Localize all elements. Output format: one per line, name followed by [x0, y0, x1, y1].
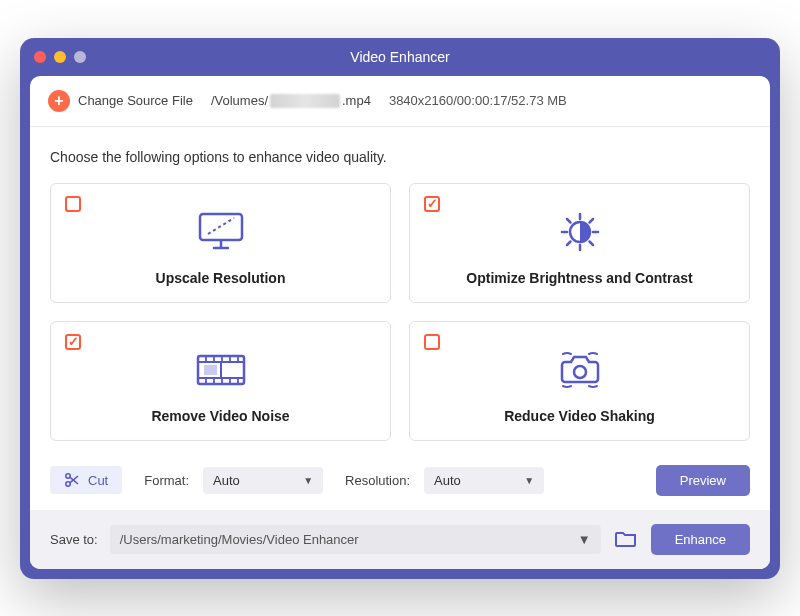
plus-icon: +: [48, 90, 70, 112]
resolution-value: Auto: [434, 473, 461, 488]
chevron-down-icon: ▼: [303, 475, 313, 486]
cut-label: Cut: [88, 473, 108, 488]
svg-line-11: [589, 219, 593, 223]
cut-button[interactable]: Cut: [50, 466, 122, 494]
app-window: Video Enhancer + Change Source File /Vol…: [20, 38, 780, 579]
controls-row: Cut Format: Auto ▼ Resolution: Auto ▼ Pr…: [50, 465, 750, 496]
svg-point-28: [574, 366, 586, 378]
content-area: + Change Source File /Volumes/ .mp4 3840…: [30, 76, 770, 569]
options-grid: Upscale Resolution: [50, 183, 750, 441]
option-reduce-shaking[interactable]: Reduce Video Shaking: [409, 321, 750, 441]
scissors-icon: [64, 472, 80, 488]
checkbox-brightness[interactable]: [424, 196, 440, 212]
instruction-text: Choose the following options to enhance …: [50, 149, 750, 165]
source-bar: + Change Source File /Volumes/ .mp4 3840…: [30, 76, 770, 127]
change-source-button[interactable]: + Change Source File: [48, 90, 193, 112]
save-path-value: /Users/marketing/Movies/Video Enhancer: [120, 532, 359, 547]
resolution-select[interactable]: Auto ▼: [424, 467, 544, 494]
open-folder-button[interactable]: [613, 526, 639, 552]
option-label: Optimize Brightness and Contrast: [466, 270, 692, 286]
source-metadata: 3840x2160/00:00:17/52.73 MB: [389, 93, 567, 108]
checkbox-shaking[interactable]: [424, 334, 440, 350]
window-title: Video Enhancer: [20, 49, 780, 65]
film-icon: [192, 346, 250, 394]
option-label: Upscale Resolution: [156, 270, 286, 286]
option-label: Reduce Video Shaking: [504, 408, 655, 424]
enhance-button[interactable]: Enhance: [651, 524, 750, 555]
monitor-icon: [194, 208, 248, 256]
svg-line-32: [70, 476, 78, 483]
svg-line-10: [589, 241, 593, 245]
svg-rect-27: [204, 365, 217, 375]
svg-line-1: [208, 218, 234, 234]
sun-icon: [553, 208, 607, 256]
source-path: /Volumes/ .mp4: [211, 93, 371, 108]
svg-line-31: [70, 477, 78, 484]
redacted-filename: [270, 94, 340, 108]
change-source-label: Change Source File: [78, 93, 193, 108]
svg-line-9: [567, 219, 571, 223]
checkbox-upscale[interactable]: [65, 196, 81, 212]
format-label: Format:: [144, 473, 189, 488]
resolution-label: Resolution:: [345, 473, 410, 488]
format-value: Auto: [213, 473, 240, 488]
chevron-down-icon: ▼: [524, 475, 534, 486]
option-remove-noise[interactable]: Remove Video Noise: [50, 321, 391, 441]
format-select[interactable]: Auto ▼: [203, 467, 323, 494]
preview-button[interactable]: Preview: [656, 465, 750, 496]
save-to-label: Save to:: [50, 532, 98, 547]
chevron-down-icon: ▼: [578, 532, 591, 547]
footer-bar: Save to: /Users/marketing/Movies/Video E…: [30, 510, 770, 569]
option-brightness-contrast[interactable]: Optimize Brightness and Contrast: [409, 183, 750, 303]
option-upscale-resolution[interactable]: Upscale Resolution: [50, 183, 391, 303]
titlebar: Video Enhancer: [20, 38, 780, 76]
checkbox-noise[interactable]: [65, 334, 81, 350]
svg-line-12: [567, 241, 571, 245]
camera-shake-icon: [551, 346, 609, 394]
option-label: Remove Video Noise: [151, 408, 289, 424]
save-path-select[interactable]: /Users/marketing/Movies/Video Enhancer ▼: [110, 525, 601, 554]
body-inner: Choose the following options to enhance …: [30, 127, 770, 510]
